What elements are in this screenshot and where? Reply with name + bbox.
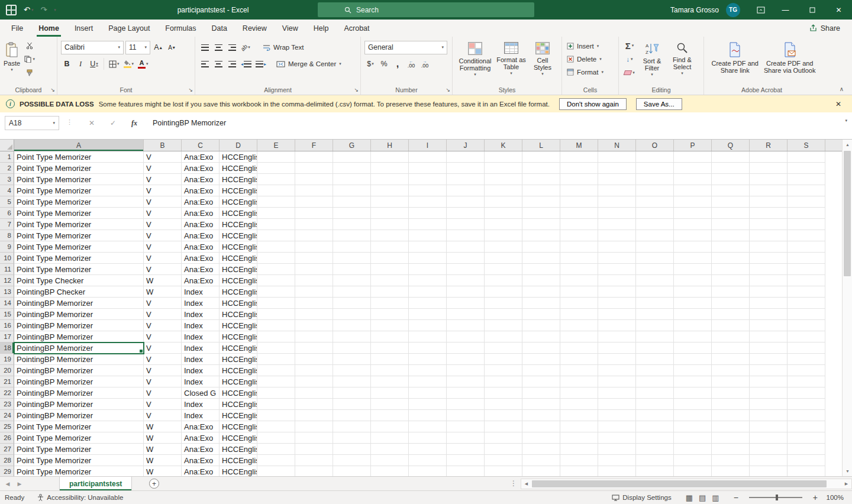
cell-J23[interactable] xyxy=(447,399,485,410)
cell-O12[interactable] xyxy=(636,275,674,286)
cell-J26[interactable] xyxy=(447,432,485,444)
cell-R6[interactable] xyxy=(750,208,788,219)
cell-P2[interactable] xyxy=(674,163,712,174)
next-sheet-icon[interactable]: ▶ xyxy=(14,477,25,491)
cell-K1[interactable] xyxy=(485,151,522,163)
tab-data[interactable]: Data xyxy=(204,20,234,37)
cell-O23[interactable] xyxy=(636,399,674,410)
cell-O14[interactable] xyxy=(636,298,674,309)
column-header-e[interactable]: E xyxy=(257,140,295,151)
cell-D27[interactable]: HCCEnglish4b.eaf xyxy=(220,444,257,455)
paste-button[interactable]: Paste ▾ xyxy=(4,40,20,86)
close-warning-icon[interactable]: ✕ xyxy=(831,100,846,108)
cell-B18[interactable]: V xyxy=(144,343,182,354)
cell-E6[interactable] xyxy=(257,208,295,219)
cell-F15[interactable] xyxy=(295,309,333,320)
cell-P28[interactable] xyxy=(674,455,712,466)
row-header-17[interactable]: 17 xyxy=(0,331,14,343)
cell-I7[interactable] xyxy=(409,219,447,230)
cell-R27[interactable] xyxy=(750,444,788,455)
cell-N8[interactable] xyxy=(598,230,636,241)
cell-I2[interactable] xyxy=(409,163,447,174)
cell-R23[interactable] xyxy=(750,399,788,410)
page-layout-view-button[interactable]: ▤ xyxy=(699,493,706,502)
cell-B29[interactable]: W xyxy=(144,466,182,476)
cell-F21[interactable] xyxy=(295,376,333,387)
cell-S2[interactable] xyxy=(788,163,825,174)
cell-D4[interactable]: HCCEnglish4a.eaf xyxy=(220,185,257,196)
cell-K24[interactable] xyxy=(485,410,522,421)
tab-help[interactable]: Help xyxy=(306,20,337,37)
cell-G15[interactable] xyxy=(333,309,371,320)
cell-H16[interactable] xyxy=(371,320,409,331)
increase-indent-button[interactable]: ▸ xyxy=(254,57,267,70)
cell-C21[interactable]: Index xyxy=(182,376,220,387)
column-header-q[interactable]: Q xyxy=(712,140,750,151)
cell-Q13[interactable] xyxy=(712,286,750,298)
cell-E13[interactable] xyxy=(257,286,295,298)
cell-Q12[interactable] xyxy=(712,275,750,286)
column-header-j[interactable]: J xyxy=(447,140,485,151)
cell-I11[interactable] xyxy=(409,264,447,275)
cell-N6[interactable] xyxy=(598,208,636,219)
cell-I17[interactable] xyxy=(409,331,447,343)
tab-home[interactable]: Home xyxy=(31,20,67,37)
formula-content[interactable]: PointingBP Memorizer xyxy=(153,116,226,130)
cell-B1[interactable]: V xyxy=(144,151,182,163)
top-align-button[interactable] xyxy=(199,41,211,54)
cell-R1[interactable] xyxy=(750,151,788,163)
cell-M10[interactable] xyxy=(560,253,598,264)
font-color-button[interactable]: A ▾ xyxy=(137,57,150,70)
cell-F23[interactable] xyxy=(295,399,333,410)
collapse-ribbon-button[interactable]: ∧ xyxy=(840,86,844,92)
cell-N29[interactable] xyxy=(598,466,636,476)
increase-decimal-button[interactable]: ←.00 xyxy=(405,57,417,70)
confirm-entry-icon[interactable]: ✓ xyxy=(105,116,121,130)
clear-button[interactable]: ▾ xyxy=(622,67,637,79)
cell-K5[interactable] xyxy=(485,196,522,208)
sort-filter-button[interactable]: AZ Sort & Filter ▾ xyxy=(637,40,667,86)
user-name[interactable]: Tamara Grosso xyxy=(670,6,719,14)
cell-I14[interactable] xyxy=(409,298,447,309)
cell-H19[interactable] xyxy=(371,354,409,365)
cell-P1[interactable] xyxy=(674,151,712,163)
cell-R25[interactable] xyxy=(750,421,788,432)
cell-M12[interactable] xyxy=(560,275,598,286)
cell-J3[interactable] xyxy=(447,174,485,185)
column-header-k[interactable]: K xyxy=(485,140,522,151)
cell-A21[interactable]: PointingBP Memorizer xyxy=(14,376,144,387)
cell-I26[interactable] xyxy=(409,432,447,444)
alignment-dialog-launcher[interactable]: ↘ xyxy=(354,88,359,93)
cell-F29[interactable] xyxy=(295,466,333,476)
tab-page-layout[interactable]: Page Layout xyxy=(101,20,157,37)
row-header-12[interactable]: 12 xyxy=(0,275,14,286)
cell-C11[interactable]: Ana:Exo xyxy=(182,264,220,275)
cell-M23[interactable] xyxy=(560,399,598,410)
cell-E29[interactable] xyxy=(257,466,295,476)
cell-K27[interactable] xyxy=(485,444,522,455)
cell-R24[interactable] xyxy=(750,410,788,421)
cell-L23[interactable] xyxy=(522,399,560,410)
horizontal-scrollbar[interactable]: ◀ ▶ xyxy=(521,479,852,489)
cell-E21[interactable] xyxy=(257,376,295,387)
avatar[interactable]: TG xyxy=(726,3,740,17)
cell-J2[interactable] xyxy=(447,163,485,174)
cell-P6[interactable] xyxy=(674,208,712,219)
cell-K11[interactable] xyxy=(485,264,522,275)
cell-G12[interactable] xyxy=(333,275,371,286)
cell-R22[interactable] xyxy=(750,387,788,399)
cell-S3[interactable] xyxy=(788,174,825,185)
cell-J5[interactable] xyxy=(447,196,485,208)
cell-J15[interactable] xyxy=(447,309,485,320)
cell-E23[interactable] xyxy=(257,399,295,410)
zoom-slider-thumb[interactable] xyxy=(776,495,778,500)
cell-I1[interactable] xyxy=(409,151,447,163)
cell-J20[interactable] xyxy=(447,365,485,376)
cell-K22[interactable] xyxy=(485,387,522,399)
fill-button[interactable]: ↓▾ xyxy=(622,53,637,65)
cell-G6[interactable] xyxy=(333,208,371,219)
cell-Q19[interactable] xyxy=(712,354,750,365)
cell-R5[interactable] xyxy=(750,196,788,208)
cell-A7[interactable]: Point Type Memorizer xyxy=(14,219,144,230)
cell-G28[interactable] xyxy=(333,455,371,466)
